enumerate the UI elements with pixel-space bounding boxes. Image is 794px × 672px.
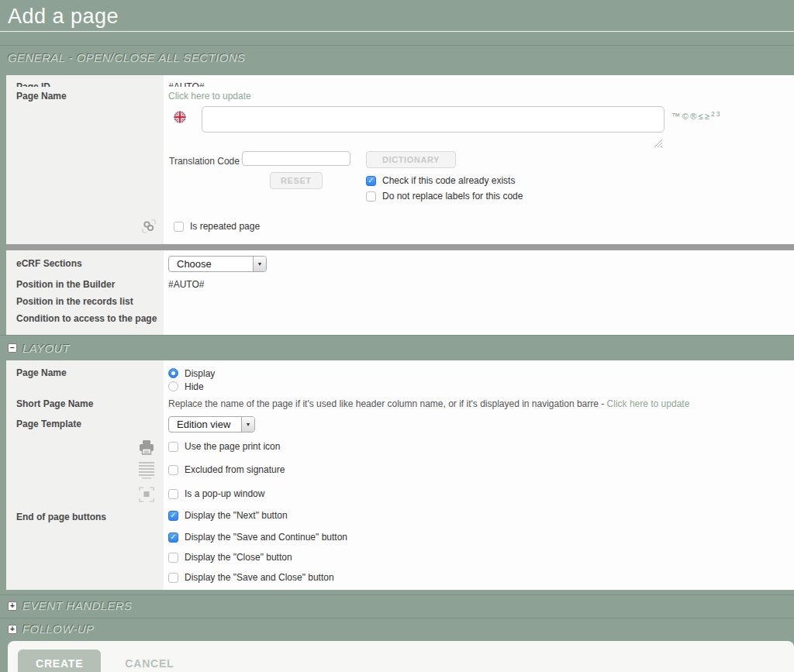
page-template-select[interactable]: Edition view <box>168 416 255 432</box>
page-name-update-link[interactable]: Click here to update <box>168 91 251 102</box>
copyright-char-button[interactable]: © <box>682 112 689 121</box>
section-header-follow-up[interactable]: + FOLLOW-UP <box>0 618 794 639</box>
sup2-char-button[interactable]: 2 <box>711 110 715 118</box>
display-close-checkbox[interactable] <box>168 553 178 563</box>
popup-window-label: Is a pop-up window <box>185 488 264 499</box>
section-layout-label: LAYOUT <box>22 342 70 355</box>
position-builder-label: Position in the Builder <box>6 274 164 291</box>
expand-icon[interactable]: + <box>8 625 17 634</box>
page-template-value: Edition view <box>169 417 238 432</box>
position-builder-value: #AUTO# <box>168 279 204 290</box>
use-print-icon-checkbox[interactable] <box>168 442 178 452</box>
excluded-signature-label: Excluded from signature <box>185 464 285 475</box>
dictionary-button[interactable]: DICTIONARY <box>366 151 456 168</box>
popup-window-icon <box>137 484 156 505</box>
check-code-exists-label: Check if this code already exists <box>382 175 515 186</box>
add-page-form: Add a page GENERAL - OPEN/CLOSE ALL SECT… <box>0 0 794 672</box>
printer-icon <box>137 438 156 457</box>
no-replace-labels-checkbox[interactable] <box>366 191 376 202</box>
is-repeated-page-checkbox[interactable] <box>174 222 184 232</box>
ecrf-block: eCRF Sections Choose Position in the Bui… <box>6 250 794 335</box>
condition-access-label: Condition to access to the page <box>6 308 164 335</box>
no-replace-labels-label: Do not replace labels for this code <box>382 191 523 202</box>
chevron-down-icon <box>253 257 266 271</box>
geq-char-button[interactable]: ≥ <box>705 112 709 121</box>
tm-char-button[interactable]: ™ <box>671 112 681 121</box>
general-block: Page ID #AUTO# Page Name Click here to u… <box>6 69 794 244</box>
link-chain-icon <box>140 216 157 236</box>
translation-code-input[interactable] <box>242 151 350 166</box>
hide-radio[interactable] <box>168 381 178 391</box>
display-save-close-checkbox[interactable] <box>168 573 178 583</box>
layout-block: Page Name Display Hide Short Page Name R… <box>6 360 794 590</box>
short-page-name-label: Short Page Name <box>6 393 164 413</box>
special-characters: ™ © ® ≤ ≥ 2 3 <box>671 112 722 151</box>
check-code-exists-checkbox[interactable] <box>366 176 376 186</box>
layout-page-name-label: Page Name <box>6 360 164 393</box>
reset-button[interactable]: RESET <box>270 172 323 189</box>
display-save-continue-label: Display the "Save and Continue" button <box>185 532 347 543</box>
translation-code-label: Translation Code <box>169 156 242 212</box>
expand-icon[interactable]: + <box>8 601 17 611</box>
signature-lines-icon <box>137 460 156 481</box>
footer-action-bar: CREATE CANCEL <box>8 641 794 672</box>
is-repeated-page-label: Is repeated page <box>190 221 260 232</box>
page-name-textarea[interactable] <box>202 106 665 133</box>
section-header-layout[interactable]: − LAYOUT <box>0 335 794 360</box>
display-radio[interactable] <box>168 368 178 378</box>
short-page-name-update-link[interactable]: Click here to update <box>607 398 690 409</box>
ecrf-sections-value: Choose <box>169 257 219 271</box>
section-follow-up-label: FOLLOW-UP <box>22 622 95 636</box>
display-next-label: Display the "Next" button <box>185 510 288 521</box>
leq-char-button[interactable]: ≤ <box>698 112 703 121</box>
position-records-label: Position in the records list <box>6 291 164 308</box>
chevron-down-icon <box>241 417 254 432</box>
popup-window-checkbox[interactable] <box>168 489 178 499</box>
create-button[interactable]: CREATE <box>18 650 101 672</box>
display-save-continue-checkbox[interactable] <box>168 532 178 543</box>
display-next-checkbox[interactable] <box>168 511 178 521</box>
page-template-label: Page Template <box>6 413 164 435</box>
page-name-label: Page Name <box>6 87 164 105</box>
collapse-icon[interactable]: − <box>8 343 17 353</box>
section-header-event-handlers[interactable]: + EVENT HANDLERS <box>0 594 794 616</box>
sup3-char-button[interactable]: 3 <box>716 110 720 118</box>
section-header-general[interactable]: GENERAL - OPEN/CLOSE ALL SECTIONS <box>0 45 794 69</box>
hide-radio-label: Hide <box>185 381 204 392</box>
uk-flag-icon <box>174 111 186 123</box>
use-print-icon-label: Use the page print icon <box>185 441 280 452</box>
section-divider <box>6 244 794 250</box>
ecrf-sections-select[interactable]: Choose <box>168 256 267 272</box>
end-of-page-buttons-label: End of page buttons <box>6 506 164 526</box>
resize-handle-icon[interactable] <box>654 139 662 147</box>
page-id-label: Page ID <box>6 75 164 87</box>
excluded-signature-checkbox[interactable] <box>168 465 178 475</box>
section-general-label: GENERAL - OPEN/CLOSE ALL SECTIONS <box>8 51 245 64</box>
display-close-label: Display the "Close" button <box>185 552 292 563</box>
ecrf-sections-label: eCRF Sections <box>6 250 164 274</box>
section-event-handlers-label: EVENT HANDLERS <box>22 599 132 612</box>
display-radio-label: Display <box>185 368 215 379</box>
cancel-button[interactable]: CANCEL <box>125 657 174 670</box>
title-bar: Add a page <box>0 0 794 32</box>
page-title: Add a page <box>0 0 794 29</box>
registered-char-button[interactable]: ® <box>690 112 696 121</box>
short-page-name-text: Replace the name of the page if it's use… <box>168 398 607 409</box>
display-save-close-label: Display the "Save and Close" button <box>185 572 334 583</box>
